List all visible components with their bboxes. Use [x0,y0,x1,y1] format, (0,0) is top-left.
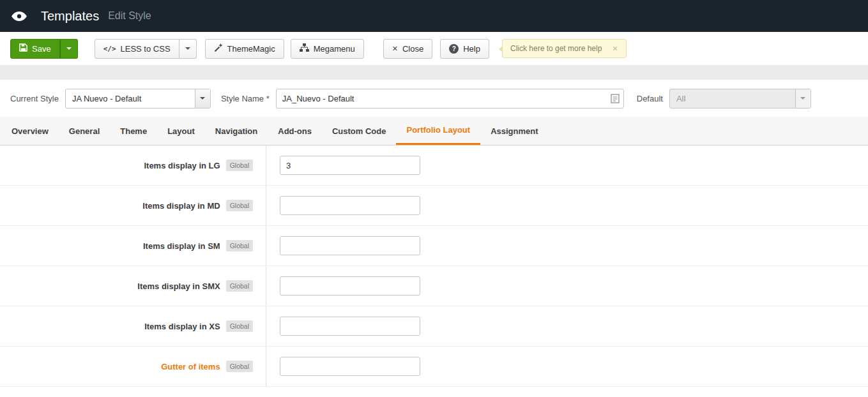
style-name-input[interactable] [276,89,624,109]
tab-layout[interactable]: Layout [157,117,205,145]
field-label: Gutter of items [161,362,220,371]
items-display-lg-input[interactable] [280,156,420,175]
tab-portfolio-layout[interactable]: Portfolio Layout [396,117,480,145]
input-indicator-icon [611,94,620,106]
field-input-col [266,266,420,306]
field-row-items-xs: Items display in XS Global [0,306,868,347]
preview-eye-icon [11,11,27,21]
toolbar: Save </> LESS to CSS ThemeMagic [0,32,868,66]
magic-wand-icon [214,43,223,54]
field-input-col [266,347,420,386]
default-label: Default [637,94,663,103]
thememagic-label: ThemeMagic [227,44,275,54]
top-bar: Templates Edit Style [0,0,868,32]
code-icon: </> [103,45,116,53]
less-to-css-group: </> LESS to CSS [95,39,197,59]
field-label-col: Gutter of items Global [0,347,266,386]
global-badge: Global [226,320,253,332]
tab-bar: Overview General Theme Layout Navigation… [0,117,868,146]
tab-theme[interactable]: Theme [110,117,157,145]
tab-assignment[interactable]: Assignment [480,117,548,145]
field-row-items-md: Items display in MD Global [0,186,868,226]
current-style-label: Current Style [10,94,59,103]
field-row-items-smx: Items display in SMX Global [0,266,868,306]
less-to-css-button[interactable]: </> LESS to CSS [95,39,179,59]
tab-overview[interactable]: Overview [1,117,59,145]
portfolio-layout-form: Items display in LG Global Items display… [0,146,868,387]
default-select[interactable]: All [669,89,811,109]
items-display-smx-input[interactable] [280,276,420,296]
field-label-col: Items display in SMX Global [0,266,266,306]
tab-general[interactable]: General [59,117,110,145]
field-label: Items display in SMX [137,281,220,291]
save-button-label: Save [32,44,51,54]
less-to-css-dropdown-toggle[interactable] [179,39,197,59]
field-label-col: Items display in MD Global [0,186,266,225]
global-badge: Global [226,361,253,372]
style-name-label: Style Name * [221,94,270,103]
field-row-gutter: Gutter of items Global [0,347,868,387]
less-to-css-label: LESS to CSS [121,44,171,54]
field-label: Items display in XS [144,322,220,331]
field-label-col: Items display in LG Global [0,146,266,185]
field-label: Items display in LG [144,161,220,170]
save-icon [19,43,27,54]
field-row-items-lg: Items display in LG Global [0,146,868,186]
help-tooltip-text: Click here to get more help [510,44,602,53]
field-label: Items display in SM [143,241,220,251]
help-label: Help [463,44,480,54]
current-style-select[interactable]: JA Nuevo - Default [65,89,211,109]
tab-add-ons[interactable]: Add-ons [268,117,322,145]
sitemap-icon [300,43,309,54]
help-tooltip: Click here to get more help ✕ [502,39,627,58]
chevron-down-icon [795,89,811,108]
global-badge: Global [226,160,253,171]
help-button[interactable]: ? Help [440,39,489,59]
page-subtitle: Edit Style [108,10,151,22]
question-circle-icon: ? [449,44,459,54]
tab-custom-code[interactable]: Custom Code [322,117,397,145]
megamenu-button[interactable]: Megamenu [291,39,364,59]
default-value: All [670,89,795,108]
global-badge: Global [226,240,253,251]
field-input-col [266,146,420,185]
megamenu-label: Megamenu [314,44,355,54]
style-name-wrap [276,89,624,109]
gutter-of-items-input[interactable] [280,357,420,376]
field-input-col [266,186,420,225]
field-label-col: Items display in SM Global [0,226,266,266]
current-style-value: JA Nuevo - Default [66,89,195,108]
page-title: Templates [41,9,99,24]
global-badge: Global [226,200,253,211]
close-label: Close [402,44,423,54]
tooltip-close-icon[interactable]: ✕ [612,45,618,53]
close-button[interactable]: ✕ Close [383,39,432,59]
field-row-items-sm: Items display in SM Global [0,226,868,266]
global-badge: Global [226,280,253,292]
field-input-col [266,226,420,266]
save-button-group: Save [10,39,78,59]
items-display-md-input[interactable] [280,196,420,215]
items-display-sm-input[interactable] [280,236,420,255]
chevron-down-icon [66,47,72,50]
field-input-col [266,306,420,346]
items-display-xs-input[interactable] [280,317,420,336]
page-background-band [0,66,868,80]
style-bar: Current Style JA Nuevo - Default Style N… [0,80,868,117]
thememagic-button[interactable]: ThemeMagic [205,39,284,59]
close-icon: ✕ [392,45,398,53]
field-label: Items display in MD [142,201,220,211]
chevron-down-icon[interactable] [195,89,210,108]
tab-navigation[interactable]: Navigation [205,117,268,145]
field-label-col: Items display in XS Global [0,306,266,346]
save-button[interactable]: Save [10,39,60,59]
chevron-down-icon [185,47,190,50]
save-dropdown-toggle[interactable] [60,39,78,59]
